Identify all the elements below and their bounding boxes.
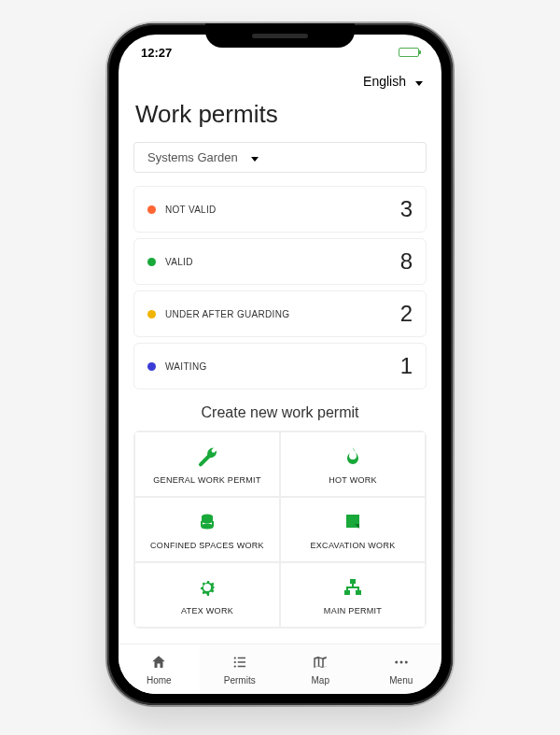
nav-map[interactable]: Map <box>280 644 361 694</box>
permit-type-confined[interactable]: CONFINED SPACES WORK <box>134 497 280 562</box>
permit-type-excavation[interactable]: EXCAVATION WORK <box>280 497 426 562</box>
permit-label: MAIN PERMIT <box>324 606 382 615</box>
status-count: 1 <box>400 353 413 379</box>
org-icon <box>342 576 364 599</box>
status-card-waiting[interactable]: WAITING 1 <box>133 343 427 389</box>
nav-permits[interactable]: Permits <box>200 644 281 694</box>
nav-label: Permits <box>224 675 256 686</box>
nav-home[interactable]: Home <box>119 644 200 694</box>
permit-type-general[interactable]: GENERAL WORK PERMIT <box>134 431 280 497</box>
permit-label: ATEX WORK <box>181 606 233 615</box>
fire-icon <box>342 445 364 468</box>
svg-rect-7 <box>238 657 245 658</box>
svg-rect-9 <box>238 661 245 663</box>
chevron-down-icon <box>412 74 423 89</box>
create-section-title: Create new work permit <box>133 404 427 421</box>
gear-icon <box>196 576 218 599</box>
permit-label: EXCAVATION WORK <box>310 541 395 550</box>
phone-frame: 12:27 English Work permits Systems Garde… <box>107 23 453 705</box>
nav-label: Map <box>312 675 329 686</box>
svg-point-13 <box>399 660 402 663</box>
chevron-down-icon <box>247 150 259 164</box>
svg-rect-11 <box>238 665 245 667</box>
permit-type-atex[interactable]: ATEX WORK <box>134 562 280 628</box>
location-select[interactable]: Systems Garden <box>133 142 427 173</box>
status-label: VALID <box>165 257 193 267</box>
svg-rect-3 <box>350 579 356 584</box>
permit-label: GENERAL WORK PERMIT <box>153 475 260 485</box>
dig-icon <box>342 511 364 533</box>
svg-point-8 <box>233 660 235 662</box>
language-selector[interactable]: English <box>133 70 427 96</box>
status-card-under-guarding[interactable]: UNDER AFTER GUARDING 2 <box>133 290 427 337</box>
status-dot <box>147 310 156 318</box>
status-count: 8 <box>400 248 413 275</box>
language-label: English <box>363 74 406 89</box>
svg-point-14 <box>405 660 408 663</box>
status-card-valid[interactable]: VALID 8 <box>133 238 427 285</box>
bottom-nav: Home Permits Map Menu <box>119 643 441 694</box>
nav-label: Home <box>147 675 172 686</box>
stack-icon <box>196 511 218 533</box>
svg-rect-4 <box>344 590 350 595</box>
permit-type-hot-work[interactable]: HOT WORK <box>280 431 426 497</box>
status-dot <box>147 205 156 214</box>
status-label: UNDER AFTER GUARDING <box>165 309 289 319</box>
permit-type-grid: GENERAL WORK PERMIT HOT WORK CONFINED SP… <box>133 431 427 629</box>
status-label: WAITING <box>165 361 207 372</box>
battery-icon <box>399 48 419 57</box>
page-title: Work permits <box>135 100 427 129</box>
svg-rect-5 <box>356 590 361 595</box>
list-icon <box>231 654 248 673</box>
status-card-not-valid[interactable]: NOT VALID 3 <box>133 186 427 233</box>
home-icon <box>150 654 167 673</box>
svg-point-10 <box>233 665 235 667</box>
status-count: 3 <box>400 196 413 222</box>
content-area: English Work permits Systems Garden NOT … <box>119 70 441 643</box>
status-count: 2 <box>400 301 413 327</box>
permit-type-main[interactable]: MAIN PERMIT <box>280 562 426 628</box>
wrench-icon <box>196 445 218 468</box>
nav-label: Menu <box>389 675 413 686</box>
svg-point-1 <box>202 524 213 529</box>
status-label: NOT VALID <box>165 205 217 215</box>
nav-menu[interactable]: Menu <box>361 644 442 694</box>
screen: 12:27 English Work permits Systems Garde… <box>119 35 441 694</box>
status-time: 12:27 <box>141 46 172 60</box>
permit-label: HOT WORK <box>329 475 377 485</box>
svg-point-12 <box>395 660 398 663</box>
status-list: NOT VALID 3 VALID 8 UNDER AFTER GUARDING <box>133 186 427 389</box>
permit-label: CONFINED SPACES WORK <box>150 541 264 550</box>
svg-point-6 <box>233 657 235 658</box>
status-dot <box>147 258 156 266</box>
location-label: Systems Garden <box>147 150 238 164</box>
dots-icon <box>393 654 410 673</box>
status-dot <box>147 362 156 371</box>
map-icon <box>312 654 329 673</box>
phone-notch <box>205 23 355 48</box>
